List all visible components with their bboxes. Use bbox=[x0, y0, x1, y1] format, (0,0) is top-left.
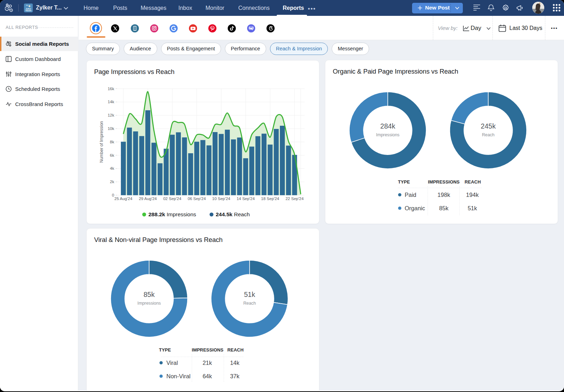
svg-text:29 Aug'24: 29 Aug'24 bbox=[139, 197, 157, 201]
svg-text:10k: 10k bbox=[108, 126, 114, 131]
svg-text:244.5k Reach: 244.5k Reach bbox=[216, 211, 250, 217]
svg-text:284k: 284k bbox=[380, 122, 396, 130]
svg-text:8k: 8k bbox=[110, 140, 114, 144]
svg-text:Viral: Viral bbox=[166, 360, 178, 366]
svg-text:Number of Impression: Number of Impression bbox=[99, 121, 104, 163]
svg-text:IMPRESSIONS: IMPRESSIONS bbox=[192, 347, 223, 353]
svg-text:85k: 85k bbox=[143, 291, 155, 298]
svg-text:TYPE: TYPE bbox=[398, 179, 410, 185]
svg-text:198k: 198k bbox=[437, 192, 450, 198]
svg-text:37k: 37k bbox=[230, 373, 240, 379]
svg-text:2k: 2k bbox=[110, 180, 114, 184]
svg-text:51k: 51k bbox=[244, 291, 255, 298]
svg-text:Paid: Paid bbox=[405, 192, 416, 198]
svg-text:64k: 64k bbox=[203, 373, 212, 379]
svg-text:02 Sep'24: 02 Sep'24 bbox=[163, 197, 182, 201]
svg-text:22 Sep'24: 22 Sep'24 bbox=[286, 197, 304, 201]
svg-text:Non-Viral: Non-Viral bbox=[166, 373, 190, 379]
svg-text:14 Sep'24: 14 Sep'24 bbox=[237, 197, 255, 201]
svg-text:85k: 85k bbox=[439, 205, 449, 211]
svg-text:Reach: Reach bbox=[243, 301, 256, 306]
svg-text:12k: 12k bbox=[108, 113, 114, 117]
svg-text:Impressions: Impressions bbox=[376, 132, 399, 137]
svg-text:4k: 4k bbox=[110, 166, 114, 170]
svg-text:IMPRESSIONS: IMPRESSIONS bbox=[428, 179, 460, 185]
svg-text:TYPE: TYPE bbox=[159, 347, 171, 353]
svg-text:288.2k Impressions: 288.2k Impressions bbox=[148, 211, 196, 217]
svg-text:06 Sep'24: 06 Sep'24 bbox=[188, 197, 206, 201]
svg-text:Travels: Travels bbox=[25, 10, 31, 12]
svg-text:Organic: Organic bbox=[405, 205, 425, 211]
svg-text:16k: 16k bbox=[108, 87, 114, 91]
svg-text:14k: 14k bbox=[108, 100, 114, 104]
svg-text:0: 0 bbox=[112, 193, 114, 197]
svg-text:10 Sep'24: 10 Sep'24 bbox=[212, 197, 231, 201]
svg-text:245k: 245k bbox=[481, 122, 496, 130]
svg-text:6k: 6k bbox=[110, 153, 114, 157]
svg-text:21k: 21k bbox=[203, 360, 212, 366]
svg-text:18 Sep'24: 18 Sep'24 bbox=[261, 197, 280, 201]
svg-text:194k: 194k bbox=[466, 192, 479, 198]
svg-text:51k: 51k bbox=[468, 205, 477, 211]
svg-text:REACH: REACH bbox=[227, 347, 244, 353]
svg-text:25 Aug'24: 25 Aug'24 bbox=[114, 197, 132, 201]
svg-text:REACH: REACH bbox=[465, 179, 481, 185]
svg-text:14k: 14k bbox=[230, 360, 240, 366]
svg-text:Impressions: Impressions bbox=[137, 301, 161, 306]
svg-text:Reach: Reach bbox=[482, 132, 495, 137]
